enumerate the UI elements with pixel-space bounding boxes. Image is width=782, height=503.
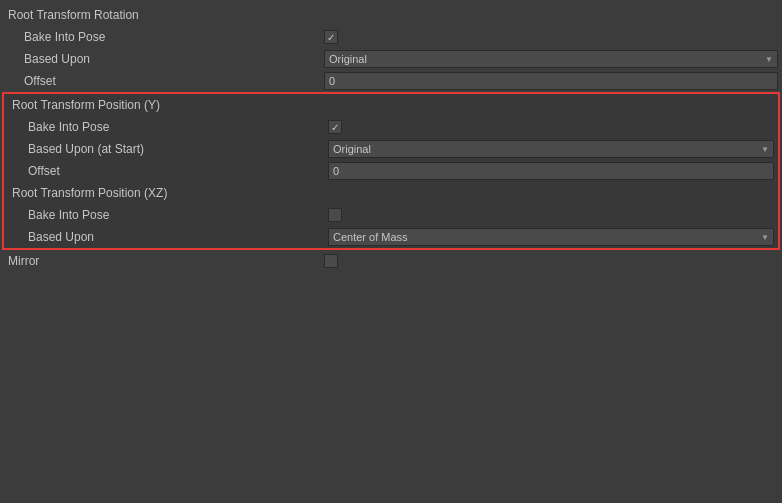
mirror-checkbox[interactable] <box>324 254 338 268</box>
root-transform-position-xz-label: Root Transform Position (XZ) <box>8 186 328 200</box>
root-transform-rotation-label: Root Transform Rotation <box>4 8 324 22</box>
root-rotation-bake-row: Bake Into Pose <box>0 26 782 48</box>
root-rotation-offset-input[interactable] <box>324 72 778 90</box>
root-rotation-based-upon-value: Original <box>329 53 367 65</box>
root-position-y-based-upon-value: Original <box>333 143 371 155</box>
root-position-y-offset-row: Offset <box>4 160 778 182</box>
mirror-label: Mirror <box>4 254 324 268</box>
root-position-xz-bake-label: Bake Into Pose <box>8 208 328 222</box>
root-position-y-bake-row: Bake Into Pose <box>4 116 778 138</box>
root-rotation-offset-control <box>324 72 778 90</box>
root-rotation-based-upon-dropdown[interactable]: Original ▼ <box>324 50 778 68</box>
root-position-y-bake-label: Bake Into Pose <box>8 120 328 134</box>
highlighted-section: Root Transform Position (Y) Bake Into Po… <box>2 92 780 250</box>
root-position-xz-based-upon-label: Based Upon <box>8 230 328 244</box>
mirror-checkbox-container <box>324 252 338 270</box>
root-position-y-offset-label: Offset <box>8 164 328 178</box>
mirror-control <box>324 252 778 270</box>
root-position-y-based-upon-control: Original ▼ <box>328 140 774 158</box>
root-rotation-based-upon-label: Based Upon <box>4 52 324 66</box>
root-rotation-bake-control <box>324 28 778 46</box>
root-transform-position-xz-header: Root Transform Position (XZ) <box>4 182 778 204</box>
root-position-y-offset-control <box>328 162 774 180</box>
root-rotation-offset-row: Offset <box>0 70 782 92</box>
root-position-y-based-upon-arrow-icon: ▼ <box>761 145 769 154</box>
root-position-xz-based-upon-value: Center of Mass <box>333 231 408 243</box>
root-rotation-bake-checkbox-container <box>324 28 338 46</box>
root-rotation-based-upon-row: Based Upon Original ▼ <box>0 48 782 70</box>
root-rotation-bake-label: Bake Into Pose <box>4 30 324 44</box>
root-transform-position-y-header: Root Transform Position (Y) <box>4 94 778 116</box>
root-transform-position-y-label: Root Transform Position (Y) <box>8 98 328 112</box>
root-position-xz-based-upon-row: Based Upon Center of Mass ▼ <box>4 226 778 248</box>
animation-rig-panel: Root Transform Rotation Bake Into Pose B… <box>0 0 782 276</box>
root-position-xz-bake-control <box>328 206 774 224</box>
root-rotation-based-upon-arrow-icon: ▼ <box>765 55 773 64</box>
root-position-y-based-upon-row: Based Upon (at Start) Original ▼ <box>4 138 778 160</box>
root-rotation-based-upon-control: Original ▼ <box>324 50 778 68</box>
root-transform-rotation-header: Root Transform Rotation <box>0 4 782 26</box>
root-position-y-based-upon-dropdown[interactable]: Original ▼ <box>328 140 774 158</box>
root-position-xz-bake-checkbox-container <box>328 206 342 224</box>
root-position-xz-based-upon-arrow-icon: ▼ <box>761 233 769 242</box>
root-position-y-based-upon-label: Based Upon (at Start) <box>8 142 328 156</box>
root-position-y-bake-control <box>328 118 774 136</box>
root-position-xz-bake-row: Bake Into Pose <box>4 204 778 226</box>
root-position-y-offset-input[interactable] <box>328 162 774 180</box>
root-position-xz-based-upon-dropdown[interactable]: Center of Mass ▼ <box>328 228 774 246</box>
root-position-xz-based-upon-control: Center of Mass ▼ <box>328 228 774 246</box>
root-position-y-bake-checkbox-container <box>328 118 342 136</box>
mirror-row: Mirror <box>0 250 782 272</box>
root-rotation-bake-checkbox[interactable] <box>324 30 338 44</box>
root-position-y-bake-checkbox[interactable] <box>328 120 342 134</box>
root-position-xz-bake-checkbox[interactable] <box>328 208 342 222</box>
root-rotation-offset-label: Offset <box>4 74 324 88</box>
